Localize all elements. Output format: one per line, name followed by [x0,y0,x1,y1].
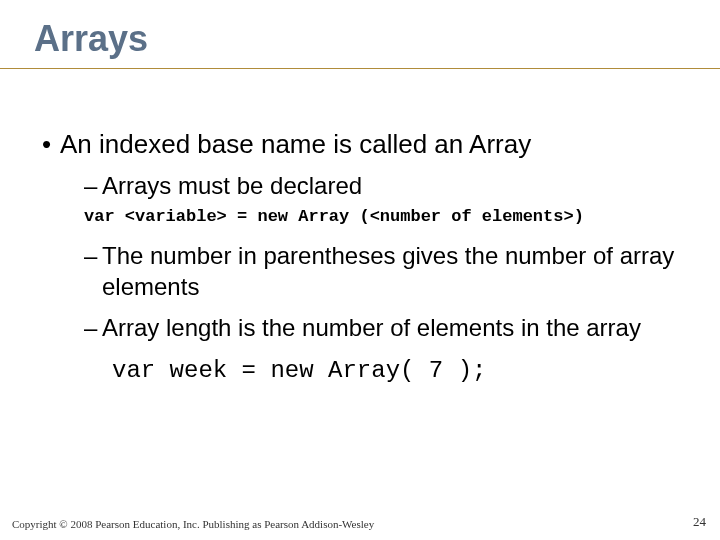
bullet-sub1-text: Arrays must be declared [102,172,362,199]
code-example: var week = new Array( 7 ); [112,357,682,384]
bullet-sub3-text: Array length is the number of elements i… [102,312,682,343]
bullet-sub2-text: The number in parentheses gives the numb… [102,240,682,302]
slide-title: Arrays [34,18,148,60]
footer-page-number: 24 [693,514,706,530]
bullet-main: •An indexed base name is called an Array [42,128,682,161]
bullet-dot-icon: • [42,128,60,161]
bullet-sub3: –Array length is the number of elements … [84,312,682,343]
code-declaration: var <variable> = new Array (<number of e… [84,207,682,226]
footer-copyright: Copyright © 2008 Pearson Education, Inc.… [12,518,374,530]
bullet-sub1: –Arrays must be declared [84,171,682,201]
dash-icon: – [84,240,102,271]
title-underline [0,68,720,69]
bullet-sub2: –The number in parentheses gives the num… [84,240,682,302]
bullet-main-text: An indexed base name is called an Array [60,129,531,159]
slide-body: •An indexed base name is called an Array… [42,128,682,384]
dash-icon: – [84,171,102,201]
slide: Arrays •An indexed base name is called a… [0,0,720,540]
dash-icon: – [84,312,102,343]
